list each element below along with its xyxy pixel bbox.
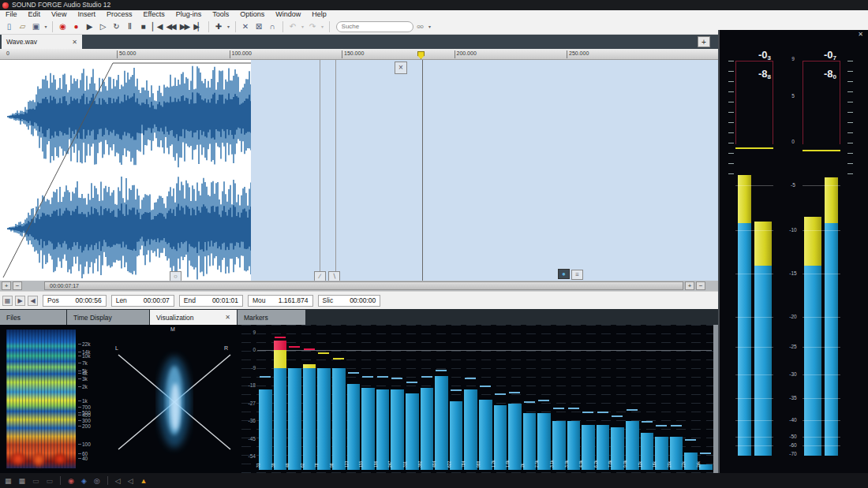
undo-caret-icon[interactable]: ▾ bbox=[300, 20, 306, 34]
play-icon[interactable]: ▶ bbox=[83, 20, 96, 34]
zoom-out-button[interactable]: − bbox=[13, 281, 22, 290]
freq-scale-label: 3k bbox=[82, 376, 88, 382]
find-icon[interactable]: ⊙⊙ bbox=[413, 20, 427, 34]
menu-item-options[interactable]: Options bbox=[234, 10, 270, 19]
speaker-config-icon[interactable]: ◁ bbox=[115, 477, 121, 485]
menu-item-help[interactable]: Help bbox=[306, 10, 332, 19]
spectrum-category-label: 7.8k bbox=[608, 460, 612, 468]
meter-scale-label: -15 bbox=[781, 270, 805, 276]
menu-item-file[interactable]: File bbox=[0, 10, 23, 19]
spectrum-bar: 24k bbox=[699, 325, 713, 470]
zoom-in-button[interactable]: + bbox=[2, 281, 11, 290]
scrollbar-thumb[interactable]: 00:00:07:17 bbox=[44, 281, 683, 290]
menu-item-view[interactable]: View bbox=[46, 10, 72, 19]
toggle-b-icon[interactable]: ▭ bbox=[47, 477, 54, 485]
selection-tool-button-2[interactable]: ◀ bbox=[28, 296, 38, 306]
menu-item-tools[interactable]: Tools bbox=[207, 10, 234, 19]
spectrum-ytick-label: 0 bbox=[241, 347, 256, 352]
speaker-mute-icon[interactable]: ◁ bbox=[128, 477, 133, 485]
go-to-end-icon[interactable]: ▶▏ bbox=[191, 20, 204, 34]
dock-tab-close-icon[interactable]: ✕ bbox=[225, 314, 230, 321]
tab-wave-wav[interactable]: Wave.wav ✕ bbox=[2, 35, 82, 49]
peak-hold-line bbox=[436, 370, 447, 371]
field-label: Pos bbox=[47, 296, 59, 304]
cut-icon[interactable]: ✕ bbox=[239, 20, 253, 34]
spectrum-category-label: 31 bbox=[256, 463, 260, 468]
event2-menu-button[interactable]: ≡ bbox=[571, 270, 583, 280]
edit-tool-caret-icon[interactable]: ▾ bbox=[226, 20, 232, 34]
stop-icon[interactable]: ■ bbox=[137, 20, 150, 34]
field-value: 00:01:01 bbox=[202, 296, 238, 304]
spectrogram-hotspot bbox=[54, 453, 66, 464]
spectrum-bar: 16k bbox=[655, 325, 668, 470]
record-special-icon[interactable]: ◉ bbox=[56, 20, 69, 34]
event1-envelope-button[interactable]: ○ bbox=[170, 271, 181, 281]
save-caret-icon[interactable]: ▾ bbox=[43, 20, 49, 34]
spectrum-ytick-label: -27 bbox=[241, 400, 256, 406]
edit-tool-icon[interactable]: ✚ bbox=[212, 20, 226, 34]
crossfade-type-button[interactable]: × bbox=[395, 61, 407, 74]
ruler-tick: 100.000 bbox=[230, 50, 230, 58]
keyboard-layout-icon[interactable]: ▦ bbox=[5, 477, 12, 485]
dock-tab-visualization[interactable]: Visualization✕ bbox=[150, 310, 237, 325]
visible-time-label: 00:00:07:17 bbox=[50, 283, 79, 289]
event-boundary-line bbox=[335, 60, 336, 281]
redo-icon[interactable]: ↷ bbox=[306, 20, 320, 34]
new-file-icon[interactable]: ▯ bbox=[2, 20, 16, 34]
input-monitor-icon[interactable]: ◈ bbox=[81, 477, 87, 485]
record-icon[interactable]: ● bbox=[69, 20, 83, 34]
pause-icon[interactable]: Ⅱ bbox=[123, 20, 137, 34]
play-all-icon[interactable]: ▷ bbox=[96, 20, 110, 34]
freq-scale-label: 2k bbox=[82, 384, 88, 389]
toggle-a-icon[interactable]: ▭ bbox=[32, 477, 39, 485]
save-icon[interactable]: ▣ bbox=[29, 20, 43, 34]
toolbar-separator bbox=[235, 21, 236, 32]
search-input[interactable] bbox=[336, 21, 413, 32]
event2-fadein-button[interactable]: ∖ bbox=[328, 271, 340, 281]
redo-caret-icon[interactable]: ▾ bbox=[320, 20, 326, 34]
waveform-editor[interactable]: × ○ ∕ ∖ ● ≡ bbox=[0, 60, 718, 281]
selection-tool-button-0[interactable]: ▦ bbox=[2, 296, 13, 306]
paste-icon[interactable]: ∩ bbox=[266, 20, 279, 34]
undo-icon[interactable]: ↶ bbox=[286, 20, 300, 34]
zoom-in-button-right[interactable]: + bbox=[685, 281, 694, 290]
record-remote-icon[interactable]: ◉ bbox=[68, 477, 74, 485]
preview-eye-icon[interactable]: ◎ bbox=[94, 477, 100, 485]
forward-icon[interactable]: ▶▶ bbox=[178, 20, 191, 34]
levels-indicator-icon[interactable]: ▲ bbox=[140, 477, 148, 485]
event1-fadeout-button[interactable]: ∕ bbox=[314, 271, 326, 281]
zoom-out-button-right[interactable]: − bbox=[696, 281, 705, 290]
event2-envelope-button[interactable]: ● bbox=[558, 269, 570, 279]
freq-scale-label: 1k bbox=[82, 398, 88, 404]
ruler-add-button[interactable]: + bbox=[698, 36, 710, 47]
menu-item-process[interactable]: Process bbox=[101, 10, 138, 19]
menu-item-window[interactable]: Window bbox=[270, 10, 306, 19]
playback-cursor[interactable] bbox=[422, 60, 423, 281]
menu-item-effects[interactable]: Effects bbox=[137, 10, 170, 19]
selection-region[interactable] bbox=[251, 60, 718, 281]
timeline-ruler[interactable]: 0 50.000100.000150.000200.000250.000 bbox=[0, 49, 718, 60]
dock-tab-files[interactable]: Files bbox=[0, 310, 66, 325]
menu-item-edit[interactable]: Edit bbox=[23, 10, 47, 19]
rewind-icon[interactable]: ◀◀ bbox=[163, 20, 177, 34]
go-to-start-icon[interactable]: ▏◀ bbox=[150, 20, 163, 34]
midi-keyboard-icon[interactable]: ▦ bbox=[19, 477, 26, 485]
find-caret-icon[interactable]: ▾ bbox=[427, 20, 433, 34]
selection-tool-button-1[interactable]: ▶ bbox=[15, 296, 25, 306]
tab-close-icon[interactable]: ✕ bbox=[72, 39, 77, 46]
meters-close-icon[interactable]: ✕ bbox=[858, 31, 863, 38]
timeline-marker[interactable] bbox=[417, 51, 425, 59]
spectrum-category-label: 62 bbox=[300, 463, 305, 468]
dock-tab-markers[interactable]: Markers bbox=[238, 310, 305, 325]
loop-playback-icon[interactable]: ↻ bbox=[110, 20, 123, 34]
event-boundary-line bbox=[320, 60, 320, 281]
spectrogram-hotspot bbox=[11, 453, 25, 465]
dock-tab-timedisplay[interactable]: Time Display bbox=[67, 310, 149, 325]
horizontal-scrollbar[interactable]: + − 00:00:07:17 + − bbox=[0, 281, 718, 291]
trim-crop-icon[interactable]: ⊠ bbox=[253, 20, 266, 34]
menu-item-insert[interactable]: Insert bbox=[72, 10, 101, 19]
meter-gridline bbox=[735, 374, 773, 375]
open-folder-icon[interactable]: ▱ bbox=[16, 20, 29, 34]
peak-hold-line bbox=[304, 348, 315, 350]
menu-item-plugins[interactable]: Plug-ins bbox=[170, 10, 208, 19]
